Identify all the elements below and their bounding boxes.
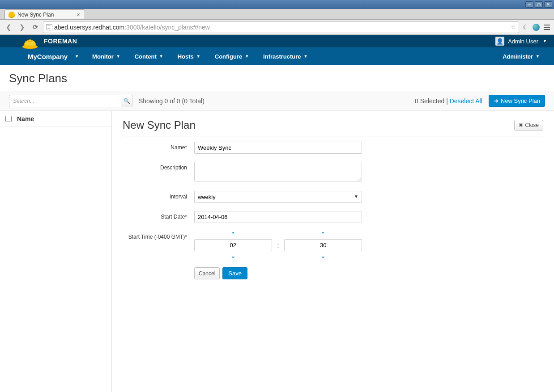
time-picker: ⌃ ⌄ : ⌃ ⌄ — [194, 231, 362, 259]
minute-field[interactable] — [284, 239, 362, 251]
search-button[interactable]: 🔍 — [121, 95, 132, 107]
hour-down-button[interactable]: ⌄ — [231, 253, 235, 259]
search-input[interactable] — [9, 95, 121, 107]
browser-tab[interactable]: New Sync Plan × — [4, 9, 85, 19]
nav-administer[interactable]: Administer▼ — [495, 47, 547, 65]
close-button[interactable]: ✖ Close — [514, 120, 543, 131]
nav-monitor[interactable]: Monitor▼ — [85, 47, 128, 65]
user-label: Admin User — [508, 38, 538, 45]
nav-hosts[interactable]: Hosts▼ — [170, 47, 208, 65]
main-nav: MyCompany ▼ Monitor▼ Content▼ Hosts▼ Con… — [0, 47, 554, 65]
browser-menu-button[interactable] — [542, 23, 551, 32]
window-minimize-button[interactable]: ─ — [525, 1, 533, 8]
items-list-pane: Name — [0, 111, 112, 392]
nav-back-button[interactable]: ❮ — [3, 21, 14, 33]
select-all-checkbox[interactable] — [5, 116, 12, 122]
time-separator: : — [277, 242, 280, 249]
detail-pane: New Sync Plan ✖ Close Name* Description — [112, 111, 554, 392]
list-header: Name — [0, 111, 111, 127]
page-icon — [46, 24, 52, 30]
tab-favicon-icon — [9, 12, 15, 18]
action-bar: 🔍 Showing 0 of 0 (0 Total) 0 Selected | … — [0, 91, 554, 111]
cancel-button[interactable]: Cancel — [194, 267, 220, 279]
page-title: Sync Plans — [9, 72, 545, 85]
hour-up-button[interactable]: ⌃ — [231, 231, 235, 237]
showing-count: Showing 0 of 0 (0 Total) — [139, 97, 205, 105]
extension-globe-icon[interactable] — [532, 23, 541, 32]
browser-toolbar: ❮ ❯ ⟳ abed.usersys.redhat.com:3000/katel… — [0, 20, 554, 35]
search-group: 🔍 — [9, 95, 132, 107]
caret-down-icon: ▼ — [543, 39, 547, 43]
nav-reload-button[interactable]: ⟳ — [30, 21, 41, 33]
label-name: Name* — [123, 142, 194, 151]
deselect-all-link[interactable]: Deselect All — [450, 97, 482, 105]
nav-content[interactable]: Content▼ — [128, 47, 170, 65]
window-close-button[interactable]: ✕ — [544, 1, 552, 8]
browser-tab-strip: New Sync Plan × — [0, 9, 554, 20]
user-avatar-icon: 👤 — [495, 37, 504, 46]
page-title-bar: Sync Plans — [0, 65, 554, 91]
list-column-name: Name — [17, 115, 34, 122]
svg-rect-1 — [28, 40, 31, 42]
user-menu[interactable]: 👤 Admin User ▼ — [495, 37, 547, 46]
minute-down-button[interactable]: ⌄ — [321, 253, 325, 259]
url-bar[interactable]: abed.usersys.redhat.com:3000/katello/syn… — [43, 21, 519, 33]
extension-moon-icon[interactable]: ☾ — [521, 23, 530, 32]
nav-infrastructure[interactable]: Infrastructure▼ — [256, 47, 315, 65]
description-field[interactable] — [194, 162, 362, 181]
selected-count: 0 Selected | Deselect All — [415, 97, 482, 105]
foreman-logo-icon — [21, 38, 38, 50]
label-description: Description — [123, 162, 194, 171]
bookmark-star-icon[interactable]: ☆ — [511, 24, 516, 30]
brand-bar: FOREMAN 👤 Admin User ▼ — [0, 35, 554, 47]
tab-title: New Sync Plan — [17, 12, 54, 18]
window-maximize-button[interactable]: ▢ — [535, 1, 543, 8]
start-date-field[interactable] — [194, 211, 362, 223]
detail-title: New Sync Plan — [123, 119, 196, 131]
new-sync-plan-button[interactable]: ➜ New Sync Plan — [489, 95, 545, 107]
label-interval: Interval — [123, 191, 194, 200]
save-button[interactable]: Save — [222, 267, 247, 279]
interval-select[interactable]: weekly — [194, 191, 362, 203]
minute-up-button[interactable]: ⌃ — [321, 231, 325, 237]
caret-down-icon: ▼ — [75, 54, 79, 59]
close-icon: ✖ — [519, 122, 523, 128]
name-field[interactable] — [194, 142, 362, 154]
window-titlebar: ─ ▢ ✕ — [0, 0, 554, 9]
tab-close-icon[interactable]: × — [77, 11, 80, 18]
nav-forward-button[interactable]: ❯ — [16, 21, 28, 33]
label-start-time: Start Time (-0400 GMT)* — [123, 231, 194, 240]
url-text: abed.usersys.redhat.com:3000/katello/syn… — [54, 24, 509, 31]
brand-name: FOREMAN — [44, 38, 77, 45]
signin-icon: ➜ — [494, 97, 499, 104]
nav-configure[interactable]: Configure▼ — [208, 47, 256, 65]
hour-field[interactable] — [194, 239, 272, 251]
label-start-date: Start Date* — [123, 211, 194, 220]
